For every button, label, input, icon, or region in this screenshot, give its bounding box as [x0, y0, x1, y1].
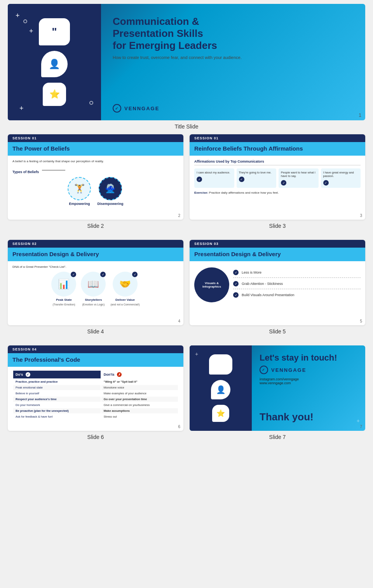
presenter-icons: 📊 ✓ Peak State (Transfer Emotion) 📖 ✓ St… [12, 272, 179, 306]
dos-cell: Respect your audience's time [13, 397, 101, 402]
quote-bubble: " [39, 18, 70, 45]
slide7-quote-bubble: " [209, 354, 232, 375]
visuals-item-3: ✓ Build Visuals Around Presentation [233, 292, 361, 300]
slide3-title-section: Reinforce Beliefs Through Affirmations [190, 142, 365, 156]
check-2: ✓ [239, 177, 244, 182]
slide2-title-section: The Power of Beliefs [8, 142, 183, 156]
storytellers-sub: (Emotion vs Logic) [82, 303, 105, 306]
slide5-number: 5 [360, 319, 362, 323]
check-4: ✓ [323, 180, 329, 186]
donts-cell: Monotone voice [101, 385, 178, 390]
slide3-session: SESSION 01 [190, 134, 365, 142]
instagram: instagram.com/venngage [260, 377, 357, 381]
dna-text: DNA of a Great Presenter "Check List". [12, 265, 179, 269]
logo-icon: ✓ [113, 104, 121, 113]
slide3-card: SESSION 01 Reinforce Beliefs Through Aff… [190, 134, 365, 220]
slide4-number: 4 [178, 319, 180, 323]
slide7-person-bubble: 👤 [211, 380, 230, 399]
slide7-wrapper: " 👤 ⭐ + + Let's stay in touch! [190, 345, 365, 445]
disempowering-label: Disempowering [97, 202, 123, 206]
exercise-text: Exercise: Practice daily affirmations an… [194, 191, 361, 194]
slide7-top: Let's stay in touch! ✓ VENNGAGE instagra… [260, 353, 357, 385]
slide2-card: SESSION 01 The Power of Beliefs A belief… [8, 134, 183, 220]
storytellers-icon: 📖 ✓ [81, 272, 106, 297]
visuals-check-1: ✓ [233, 270, 239, 275]
storytellers-name: Storytellers [85, 298, 102, 302]
slide7-right: Let's stay in touch! ✓ VENNGAGE instagra… [252, 345, 365, 431]
slide4-title: Presentation Design & Delivery [12, 251, 179, 257]
deliver-value-sub: (and not a Commercial!) [110, 303, 139, 306]
slide7-left: " 👤 ⭐ + + [190, 345, 252, 431]
beliefs-body: A belief is a feeling of certainty that … [12, 160, 179, 163]
slide7-card: " 👤 ⭐ + + Let's stay in touch! [190, 345, 365, 431]
title-left-panel: + + " 👤 ⭐ + [8, 4, 101, 120]
slide7-deco-plus2: + [357, 418, 360, 424]
slide6-title-section: The Professional's Code [8, 353, 183, 367]
slide7-deco-plus: + [195, 351, 198, 357]
empowering-item: 🏋️ Empowering [68, 177, 91, 206]
slide-number-1: 1 [359, 113, 361, 118]
deliver-value-check: ✓ [132, 272, 138, 277]
deco-plus-3: + [19, 104, 24, 113]
donts-cell: Give a commercial on you/business [101, 402, 178, 408]
slide4-session: SESSION 02 [8, 240, 183, 248]
affirmation-3: People want to hear what I have to say. … [279, 168, 319, 188]
slide4-title-section: Presentation Design & Delivery [8, 248, 183, 261]
slide3-title: Reinforce Beliefs Through Affirmations [194, 145, 361, 152]
slide6-card: SESSION 04 The Professional's Code Do's … [8, 345, 183, 431]
slide5-card: SESSION 03 Presentation Design & Deliver… [190, 240, 365, 325]
storytellers-check: ✓ [100, 272, 106, 277]
visuals-item-1: ✓ Less is More [233, 270, 361, 278]
title-slide-label: Title Slide [8, 120, 365, 134]
visuals-check-3: ✓ [233, 292, 239, 298]
slide5-content: Visuals & Infographics ✓ Less is More ✓ … [190, 261, 365, 309]
slide7-logo: ✓ VENNGAGE [260, 366, 357, 374]
slide5-label: Slide 5 [190, 325, 365, 339]
empowering-label: Empowering [69, 202, 90, 206]
slide4-wrapper: SESSION 02 Presentation Design & Deliver… [8, 240, 183, 339]
title-slide: + + " 👤 ⭐ + Communication & P [8, 4, 365, 120]
dos-cell: Do your homework [13, 402, 101, 408]
dos-cell: Ask for feedback & have fun! [13, 414, 101, 419]
peak-state-icon: 📊 ✓ [51, 272, 76, 297]
types-line [42, 170, 65, 170]
slide7-bubbles: " 👤 ⭐ [209, 354, 232, 422]
main-title: Communication & Presentation Skills for … [113, 16, 354, 52]
slide6-content: Do's ✓ Don'ts ✗ Practice, practice and p… [8, 367, 183, 424]
slide5-session: SESSION 03 [190, 240, 365, 248]
deliver-value-item: 🤝 ✓ Deliver Value (and not a Commercial!… [110, 272, 139, 306]
disempowering-item: 🙅 Disempowering [97, 177, 123, 206]
person-bubble: 👤 [41, 51, 68, 77]
slide2-content: A belief is a feeling of certainty that … [8, 156, 183, 210]
affirmation-1: I care about my audience. ✓ [194, 168, 234, 188]
slides-grid: SESSION 01 The Power of Beliefs A belief… [8, 134, 365, 453]
title-text-block: Communication & Presentation Skills for … [113, 16, 354, 60]
dos-cell: Practice, practice and practice [13, 379, 101, 384]
dos-cell: Believe in yourself [13, 391, 101, 396]
visuals-check-2: ✓ [233, 281, 239, 286]
deco-plus-2: + [29, 27, 33, 35]
peak-state-name: Peak State [56, 298, 71, 302]
slide2-number: 2 [178, 213, 180, 218]
empowering-circle: 🏋️ [68, 177, 91, 200]
slide7-number: 7 [360, 425, 362, 429]
affirmation-4: I have great energy and passion. ✓ [321, 168, 361, 188]
donts-header: Don'ts ✗ [101, 371, 178, 378]
deco-plus-1: + [16, 12, 20, 20]
affirmation-2: They're going to love me. ✓ [237, 168, 277, 188]
slide6-number: 6 [178, 425, 180, 429]
peak-state-item: 📊 ✓ Peak State (Transfer Emotion) [51, 272, 76, 306]
slide7-star-bubble: ⭐ [212, 405, 229, 422]
subtitle: How to create trust, overcome fear, and … [113, 55, 354, 60]
belief-icons: 🏋️ Empowering 🙅 Disempowering [12, 177, 179, 206]
title-right-panel: Communication & Presentation Skills for … [101, 4, 365, 120]
donts-cell: Go over your presentation time [101, 397, 178, 402]
slide4-card: SESSION 02 Presentation Design & Deliver… [8, 240, 183, 325]
donts-cell: "Wing it" or "Spit ball it" [101, 379, 178, 384]
check-3: ✓ [281, 180, 286, 186]
donts-cell: Stress out [101, 414, 178, 419]
deliver-value-icon: 🤝 ✓ [113, 272, 138, 297]
bubble-icons: " 👤 ⭐ [39, 18, 70, 106]
slide6-wrapper: SESSION 04 The Professional's Code Do's … [8, 345, 183, 445]
slide4-content: DNA of a Great Presenter "Check List". 📊… [8, 261, 183, 310]
